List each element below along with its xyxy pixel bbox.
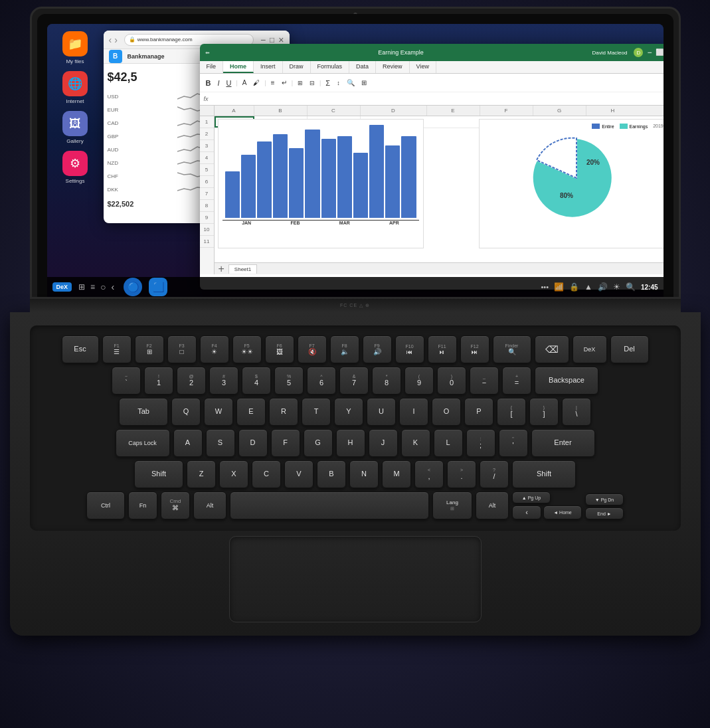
key-slash[interactable]: ? / bbox=[480, 460, 509, 488]
key-f11[interactable]: F11 ⏯ bbox=[428, 335, 457, 363]
tool-underline[interactable]: U bbox=[224, 78, 234, 88]
key-rbrace[interactable]: } ] bbox=[529, 398, 559, 426]
key-caps-lock[interactable]: Caps Lock bbox=[116, 429, 170, 457]
excel-grid[interactable]: A B C D E F G H bbox=[215, 106, 664, 274]
key-pgup[interactable]: ▲ Pg Up bbox=[512, 492, 551, 503]
sidebar-item-settings[interactable]: ⚙ Settings bbox=[58, 150, 92, 185]
tab-insert[interactable]: Insert bbox=[254, 61, 283, 73]
key-9[interactable]: ( 9 bbox=[404, 367, 434, 395]
key-r[interactable]: R bbox=[269, 398, 298, 426]
key-quote[interactable]: " ' bbox=[499, 429, 528, 457]
key-minus[interactable]: _ − bbox=[470, 367, 499, 395]
key-y[interactable]: Y bbox=[334, 398, 363, 426]
tool-search[interactable]: 🔍 bbox=[345, 78, 357, 87]
key-l[interactable]: L bbox=[434, 429, 463, 457]
key-f3[interactable]: F3 □ bbox=[167, 335, 197, 363]
tool-grid[interactable]: ⊞ bbox=[359, 78, 369, 87]
key-b[interactable]: B bbox=[317, 460, 346, 488]
key-f12[interactable]: F12 ⏭ bbox=[460, 335, 489, 363]
key-alt-left[interactable]: Alt bbox=[193, 492, 226, 519]
key-d[interactable]: D bbox=[238, 429, 268, 457]
key-f6[interactable]: F6 🖼 bbox=[265, 335, 294, 363]
tool-fill[interactable]: 🖌 bbox=[251, 78, 262, 87]
key-m[interactable]: M bbox=[382, 460, 411, 488]
key-5[interactable]: % 5 bbox=[274, 367, 304, 395]
key-8[interactable]: * 8 bbox=[372, 367, 401, 395]
key-o[interactable]: O bbox=[432, 398, 461, 426]
key-tab[interactable]: Tab bbox=[119, 398, 168, 426]
key-7[interactable]: & 7 bbox=[339, 367, 369, 395]
key-h[interactable]: H bbox=[336, 429, 365, 457]
key-equals[interactable]: + = bbox=[502, 367, 531, 395]
key-q[interactable]: Q bbox=[171, 398, 201, 426]
key-f4[interactable]: F4 ☀ bbox=[200, 335, 229, 363]
key-c[interactable]: C bbox=[252, 460, 281, 488]
key-f7[interactable]: F7 🔇 bbox=[298, 335, 327, 363]
tab-draw[interactable]: Draw bbox=[283, 61, 311, 73]
key-enter[interactable]: Enter bbox=[531, 429, 595, 457]
taskbar-back-icon[interactable]: ‹ bbox=[112, 282, 115, 292]
key-period[interactable]: > . bbox=[447, 460, 476, 488]
tab-formulas[interactable]: Formulas bbox=[311, 61, 350, 73]
tool-italic[interactable]: I bbox=[215, 78, 221, 88]
taskbar-app-icon[interactable]: 🟦 bbox=[149, 278, 167, 296]
sidebar-item-internet[interactable]: 🌐 Internet bbox=[58, 70, 92, 105]
taskbar-lines-icon[interactable]: ≡ bbox=[90, 282, 95, 292]
tool-align[interactable]: ≡ bbox=[269, 78, 277, 87]
tab-file[interactable]: File bbox=[200, 61, 224, 73]
key-k[interactable]: K bbox=[401, 429, 430, 457]
key-end[interactable]: End ► bbox=[585, 507, 624, 519]
key-lbrace[interactable]: { [ bbox=[497, 398, 526, 426]
key-a[interactable]: A bbox=[173, 429, 203, 457]
key-shift-left[interactable]: Shift bbox=[134, 460, 183, 488]
tool-wrap[interactable]: ↵ bbox=[280, 78, 289, 87]
taskbar-volume-icon[interactable]: 🔊 bbox=[598, 282, 608, 292]
key-e[interactable]: E bbox=[236, 398, 266, 426]
key-2[interactable]: @ 2 bbox=[177, 367, 206, 395]
key-4[interactable]: $ 4 bbox=[242, 367, 271, 395]
tool-format[interactable]: ⊟ bbox=[308, 79, 317, 87]
key-comma[interactable]: < , bbox=[414, 460, 444, 488]
browser-maximize-btn[interactable]: □ bbox=[270, 35, 274, 45]
tab-data[interactable]: Data bbox=[349, 61, 376, 73]
key-shift-right[interactable]: Shift bbox=[512, 460, 576, 488]
key-space[interactable] bbox=[230, 492, 429, 519]
key-backspace[interactable]: Backspace bbox=[535, 367, 598, 395]
key-back-fn[interactable]: ⌫ bbox=[535, 335, 569, 363]
key-f2[interactable]: F2 ⊞ bbox=[135, 335, 164, 363]
key-backslash[interactable]: | \ bbox=[562, 398, 591, 426]
key-0[interactable]: ) 0 bbox=[437, 367, 466, 395]
tool-sum[interactable]: Σ bbox=[323, 78, 332, 88]
key-f10[interactable]: F10 ⏮ bbox=[395, 335, 424, 363]
key-ctrl[interactable]: Ctrl bbox=[86, 492, 125, 519]
key-esc[interactable]: Esc bbox=[62, 335, 99, 363]
taskbar-circle-icon[interactable]: ○ bbox=[100, 282, 106, 292]
key-w[interactable]: W bbox=[204, 398, 233, 426]
add-sheet-btn[interactable]: + bbox=[219, 263, 224, 275]
key-3[interactable]: # 3 bbox=[209, 367, 238, 395]
taskbar-overflow-icon[interactable]: ••• bbox=[541, 283, 549, 291]
key-alt-right[interactable]: Alt bbox=[476, 492, 509, 519]
sidebar-item-gallery[interactable]: 🖼 Gallery bbox=[58, 110, 92, 145]
key-cmd[interactable]: Cmd ⌘ bbox=[161, 492, 190, 519]
tab-home[interactable]: Home bbox=[223, 61, 254, 73]
key-n[interactable]: N bbox=[349, 460, 379, 488]
excel-maximize-btn[interactable]: ⬜ bbox=[656, 49, 663, 56]
tool-merge[interactable]: ⊞ bbox=[296, 79, 305, 87]
excel-minimize-btn[interactable]: − bbox=[647, 48, 652, 56]
key-z[interactable]: Z bbox=[187, 460, 216, 488]
sidebar-item-myfiles[interactable]: 📁 My files bbox=[58, 31, 92, 65]
key-dex[interactable]: DeX bbox=[573, 335, 607, 363]
key-backtick[interactable]: ~ ` bbox=[112, 367, 141, 395]
key-6[interactable]: ^ 6 bbox=[307, 367, 336, 395]
taskbar-brightness-icon[interactable]: ☀ bbox=[613, 282, 620, 292]
key-lang[interactable]: Lang ⊞ bbox=[432, 492, 472, 519]
key-f1[interactable]: F1 ☰ bbox=[102, 335, 132, 363]
key-1[interactable]: ! 1 bbox=[144, 367, 173, 395]
key-i[interactable]: I bbox=[399, 398, 428, 426]
key-left[interactable]: ‹ bbox=[512, 505, 541, 519]
tab-view[interactable]: View bbox=[410, 61, 436, 73]
key-fn[interactable]: Fn bbox=[128, 492, 157, 519]
key-j[interactable]: J bbox=[369, 429, 398, 457]
key-pgdn[interactable]: ▼ Pg Dn bbox=[585, 494, 624, 505]
